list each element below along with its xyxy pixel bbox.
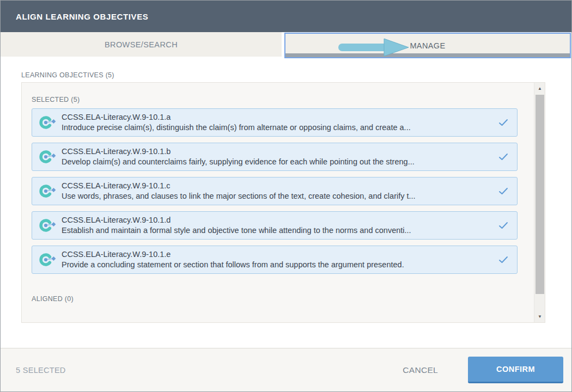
- objective-code: CCSS.ELA-Literacy.W.9-10.1.d: [62, 215, 411, 225]
- objective-description: Develop claim(s) and counterclaims fairl…: [62, 157, 415, 167]
- scrollbar-down-icon[interactable]: ▼: [534, 312, 545, 321]
- objective-text: CCSS.ELA-Literacy.W.9-10.1.e Provide a c…: [62, 249, 404, 270]
- panel-scrollbar[interactable]: ▲ ▼: [534, 83, 545, 322]
- objective-item[interactable]: CCSS.ELA-Literacy.W.9-10.1.d Establish a…: [32, 211, 518, 240]
- objective-item[interactable]: CCSS.ELA-Literacy.W.9-10.1.c Use words, …: [32, 177, 518, 205]
- objective-code: CCSS.ELA-Literacy.W.9-10.1.c: [62, 181, 416, 191]
- objective-target-icon: [39, 217, 56, 234]
- tab-manage[interactable]: MANAGE: [284, 33, 571, 58]
- objective-target-icon: [39, 251, 56, 268]
- scrollbar-thumb[interactable]: [536, 95, 544, 294]
- manage-annotation-arrow-icon: [337, 37, 411, 57]
- objective-text: CCSS.ELA-Literacy.W.9-10.1.a Introduce p…: [62, 112, 411, 133]
- tab-browse-search[interactable]: BROWSE/SEARCH: [1, 32, 282, 57]
- tab-manage-label: MANAGE: [410, 41, 445, 50]
- objective-code: CCSS.ELA-Literacy.W.9-10.1.b: [62, 146, 415, 157]
- selected-count-label: 5 SELECTED: [16, 366, 66, 375]
- objective-text: CCSS.ELA-Literacy.W.9-10.1.c Use words, …: [62, 181, 416, 201]
- objective-target-icon: [39, 148, 56, 166]
- learning-objectives-label: LEARNING OBJECTIVES (5): [21, 71, 114, 79]
- align-learning-objectives-dialog: ALIGN LEARNING OBJECTIVES BROWSE/SEARCH …: [0, 0, 572, 392]
- objective-target-icon: [39, 114, 56, 131]
- aligned-group-label: ALIGNED (0): [32, 295, 545, 303]
- objectives-panel: SELECTED (5) CCSS.ELA-Literacy.W.9-10.1.…: [21, 82, 545, 323]
- objective-target-icon: [39, 182, 56, 200]
- scrollbar-up-icon[interactable]: ▲: [534, 84, 545, 93]
- check-icon: [498, 222, 508, 229]
- objective-text: CCSS.ELA-Literacy.W.9-10.1.b Develop cla…: [62, 146, 415, 167]
- check-icon: [498, 256, 508, 264]
- selected-group-label: SELECTED (5): [32, 96, 545, 103]
- objective-description: Provide a concluding statement or sectio…: [62, 260, 404, 270]
- objective-code: CCSS.ELA-Literacy.W.9-10.1.a: [62, 112, 411, 122]
- confirm-button[interactable]: CONFIRM: [468, 357, 563, 383]
- check-icon: [498, 153, 508, 161]
- tab-bar: BROWSE/SEARCH MANAGE: [1, 32, 571, 59]
- check-icon: [498, 187, 508, 195]
- objective-description: Use words, phrases, and clauses to link …: [62, 191, 416, 201]
- objective-description: Introduce precise claim(s), distinguish …: [62, 122, 411, 133]
- objective-description: Establish and maintain a formal style an…: [62, 225, 411, 236]
- tab-manage-bottom-strip: [285, 53, 570, 57]
- dialog-footer: 5 SELECTED CANCEL CONFIRM: [1, 348, 571, 391]
- objective-item[interactable]: CCSS.ELA-Literacy.W.9-10.1.b Develop cla…: [32, 143, 518, 171]
- tab-browse-search-label: BROWSE/SEARCH: [105, 40, 178, 49]
- dialog-header: ALIGN LEARNING OBJECTIVES: [1, 1, 571, 32]
- objective-code: CCSS.ELA-Literacy.W.9-10.1.e: [62, 249, 404, 260]
- objective-item[interactable]: CCSS.ELA-Literacy.W.9-10.1.e Provide a c…: [32, 246, 518, 274]
- dialog-title: ALIGN LEARNING OBJECTIVES: [16, 12, 148, 21]
- objective-item[interactable]: CCSS.ELA-Literacy.W.9-10.1.a Introduce p…: [32, 108, 518, 137]
- cancel-button[interactable]: CANCEL: [403, 365, 438, 375]
- check-icon: [498, 119, 508, 126]
- objective-text: CCSS.ELA-Literacy.W.9-10.1.d Establish a…: [62, 215, 411, 236]
